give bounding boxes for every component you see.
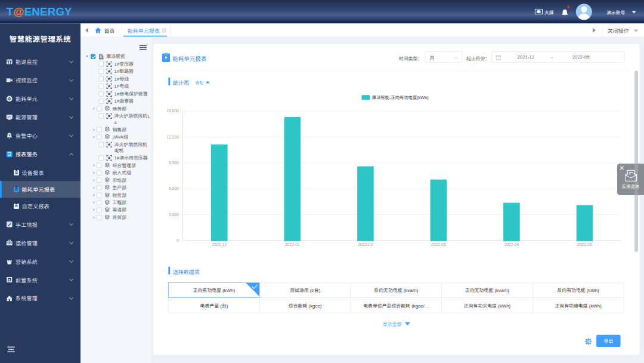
svg-text:9,000: 9,000	[169, 161, 179, 165]
svg-text:0: 0	[177, 238, 179, 242]
svg-text:15,000: 15,000	[166, 109, 179, 113]
svg-text:12,000: 12,000	[166, 135, 179, 139]
svg-text:2022-01: 2022-01	[285, 242, 300, 247]
svg-text:2022-04: 2022-04	[504, 242, 519, 247]
svg-text:康派智能-正向有功电度(kWh): 康派智能-正向有功电度(kWh)	[372, 95, 429, 100]
svg-text:3,000: 3,000	[169, 213, 179, 217]
svg-text:2021-12: 2021-12	[212, 242, 227, 247]
svg-text:2022-02: 2022-02	[358, 242, 373, 247]
svg-text:2022-03: 2022-03	[431, 242, 446, 247]
svg-text:2022-05: 2022-05	[577, 242, 592, 247]
svg-text:6,000: 6,000	[169, 186, 179, 190]
